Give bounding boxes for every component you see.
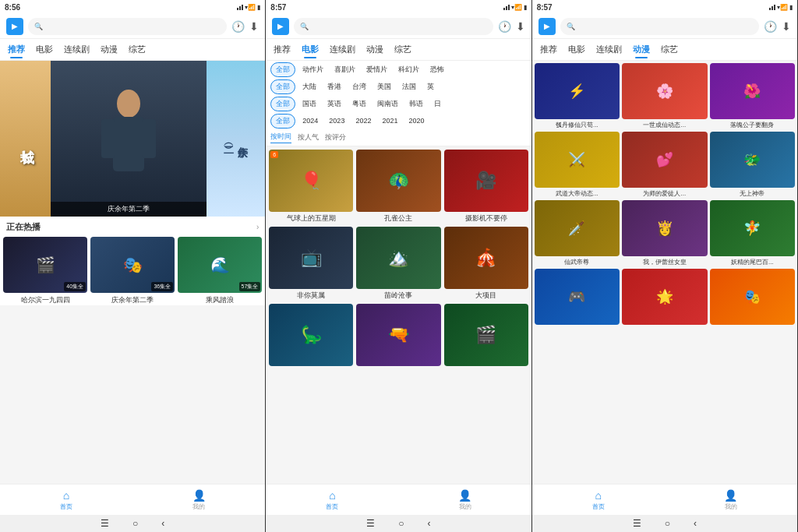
tab-variety-3[interactable]: 综艺 bbox=[656, 41, 683, 58]
sort-time[interactable]: 按时间 bbox=[270, 132, 291, 143]
anime-thumb-5: 🐲 bbox=[710, 132, 795, 188]
filter-2022[interactable]: 2022 bbox=[351, 115, 375, 126]
filter-tw[interactable]: 台湾 bbox=[348, 80, 370, 93]
anime-item-3[interactable]: ⚔️ 武道大帝动态... bbox=[535, 132, 620, 198]
status-bar-3: 8:57 ▾📶 ▮ bbox=[532, 0, 797, 14]
tab-anime-2[interactable]: 动漫 bbox=[362, 41, 388, 58]
tab-recommend-2[interactable]: 推荐 bbox=[269, 41, 295, 58]
bottom-home-3[interactable]: ⌂ 首页 bbox=[532, 489, 665, 511]
tab-movie-2[interactable]: 电影 bbox=[297, 41, 323, 58]
filter-hokkien[interactable]: 闽南语 bbox=[373, 97, 402, 111]
sort-popularity[interactable]: 按人气 bbox=[298, 132, 319, 143]
filter-english[interactable]: 英语 bbox=[323, 97, 345, 111]
filter-2020[interactable]: 2020 bbox=[404, 115, 428, 126]
tab-variety-1[interactable]: 综艺 bbox=[124, 41, 150, 58]
filter-hk[interactable]: 香港 bbox=[323, 80, 345, 93]
tab-anime-3[interactable]: 动漫 bbox=[628, 41, 655, 58]
download-icon-1[interactable]: ⬇ bbox=[249, 20, 259, 33]
menu-btn-1[interactable]: ☰ bbox=[101, 518, 109, 529]
movie-item-1[interactable]: 🦚 孔雀公主 bbox=[356, 150, 440, 224]
filter-chip-all2[interactable]: 全部 bbox=[270, 79, 295, 94]
hero-banner-1[interactable]: 长城 庆余年（二） 庆余年第二季 bbox=[0, 61, 265, 217]
anime-item-8[interactable]: 🧚 妖精的尾巴百... bbox=[710, 200, 795, 266]
home-btn-2[interactable]: ○ bbox=[398, 518, 404, 529]
movie-item-5[interactable]: 🎪 大项目 bbox=[444, 227, 528, 301]
anime-thumb-11: 🎭 bbox=[710, 269, 795, 325]
filter-mandarin[interactable]: 国语 bbox=[298, 97, 320, 111]
bottom-home-2[interactable]: ⌂ 首页 bbox=[266, 489, 398, 511]
filter-action[interactable]: 动作片 bbox=[298, 63, 327, 76]
download-icon-2[interactable]: ⬇ bbox=[516, 20, 525, 33]
tab-drama-1[interactable]: 连续剧 bbox=[59, 41, 94, 58]
anime-item-7[interactable]: 👸 我，伊蕾丝女皇 bbox=[622, 200, 707, 266]
filter-us[interactable]: 美国 bbox=[373, 80, 395, 93]
filter-fr[interactable]: 法国 bbox=[398, 80, 420, 93]
app-logo-1[interactable] bbox=[6, 18, 23, 35]
tab-drama-3[interactable]: 连续剧 bbox=[591, 41, 627, 58]
anime-item-2[interactable]: 🌺 落魄公子要翻身 bbox=[710, 63, 795, 129]
anime-item-4[interactable]: 💕 为师的爱徒人... bbox=[622, 132, 707, 198]
filter-korean[interactable]: 韩语 bbox=[405, 97, 427, 111]
tab-variety-2[interactable]: 综艺 bbox=[390, 41, 416, 58]
movie-item-2[interactable]: 🎥 摄影机不要停 bbox=[444, 150, 528, 224]
home-btn-3[interactable]: ○ bbox=[665, 518, 670, 529]
hot-more-1[interactable]: › bbox=[256, 223, 259, 231]
anime-item-6[interactable]: 🗡️ 仙武帝尊 bbox=[535, 200, 620, 266]
tab-movie-1[interactable]: 电影 bbox=[31, 41, 58, 58]
tab-recommend-3[interactable]: 推荐 bbox=[535, 41, 562, 58]
filter-cantonese[interactable]: 粤语 bbox=[348, 97, 370, 111]
menu-btn-3[interactable]: ☰ bbox=[633, 518, 641, 529]
sort-rating[interactable]: 按评分 bbox=[325, 132, 346, 143]
back-btn-1[interactable]: ‹ bbox=[161, 518, 164, 529]
hot-item-2[interactable]: 🌊 57集全 乘风踏浪 bbox=[178, 237, 262, 305]
filter-chip-all1[interactable]: 全部 bbox=[270, 62, 295, 77]
anime-item-10[interactable]: 🌟 bbox=[622, 269, 707, 326]
search-bar-1[interactable]: 🔍 bbox=[28, 18, 227, 35]
filter-chip-all4[interactable]: 全部 bbox=[270, 114, 295, 129]
anime-item-5[interactable]: 🐲 无上神帝 bbox=[710, 132, 795, 198]
download-icon-3[interactable]: ⬇ bbox=[782, 20, 791, 33]
movie-item-4[interactable]: 🏔️ 苗岭沧事 bbox=[356, 227, 440, 301]
anime-item-0[interactable]: ⚡ 瓠丹修仙只苟... bbox=[535, 63, 620, 129]
tab-movie-3[interactable]: 电影 bbox=[563, 41, 590, 58]
filter-horror[interactable]: 恐怖 bbox=[426, 63, 448, 76]
menu-btn-2[interactable]: ☰ bbox=[366, 518, 375, 529]
anime-item-9[interactable]: 🎮 bbox=[535, 269, 620, 326]
movie-item-8[interactable]: 🎬 bbox=[444, 304, 528, 368]
hot-item-0[interactable]: 🎬 40集全 哈尔滨一九四四 bbox=[3, 237, 87, 305]
movie-item-6[interactable]: 🦕 bbox=[269, 304, 353, 368]
movie-item-7[interactable]: 🔫 bbox=[356, 304, 440, 368]
filter-chip-all3[interactable]: 全部 bbox=[270, 97, 295, 111]
app-logo-3[interactable] bbox=[538, 18, 556, 35]
movie-item-3[interactable]: 📺 非你莫属 bbox=[269, 227, 353, 301]
bottom-profile-3[interactable]: 👤 我的 bbox=[665, 489, 797, 511]
filter-jp[interactable]: 日 bbox=[430, 97, 445, 111]
bottom-home-1[interactable]: ⌂ 首页 bbox=[0, 489, 132, 511]
home-btn-1[interactable]: ○ bbox=[132, 518, 138, 529]
search-bar-2[interactable]: 🔍 bbox=[294, 18, 493, 35]
bottom-profile-2[interactable]: 👤 我的 bbox=[399, 489, 531, 511]
tab-recommend-1[interactable]: 推荐 bbox=[3, 41, 30, 58]
hot-item-1[interactable]: 🎭 36集全 庆余年第二季 bbox=[90, 237, 175, 305]
history-icon-2[interactable]: 🕐 bbox=[498, 20, 511, 33]
filter-romance[interactable]: 爱情片 bbox=[362, 63, 391, 76]
movie-item-0[interactable]: 🎈 6 气球上的五星期 bbox=[269, 150, 353, 224]
filter-2024[interactable]: 2024 bbox=[298, 115, 322, 126]
history-icon-3[interactable]: 🕐 bbox=[764, 20, 777, 33]
filter-2023[interactable]: 2023 bbox=[325, 115, 348, 126]
anime-item-11[interactable]: 🎭 bbox=[710, 269, 795, 326]
tab-drama-2[interactable]: 连续剧 bbox=[325, 41, 360, 58]
filter-scifi[interactable]: 科幻片 bbox=[394, 63, 423, 76]
back-btn-3[interactable]: ‹ bbox=[694, 518, 697, 529]
anime-item-1[interactable]: 🌸 一世成仙动态... bbox=[622, 63, 707, 129]
bottom-profile-1[interactable]: 👤 我的 bbox=[132, 489, 265, 511]
search-bar-3[interactable]: 🔍 bbox=[560, 18, 759, 35]
history-icon-1[interactable]: 🕐 bbox=[231, 20, 245, 33]
filter-2021[interactable]: 2021 bbox=[378, 115, 401, 126]
filter-uk[interactable]: 英 bbox=[423, 80, 438, 93]
filter-comedy[interactable]: 喜剧片 bbox=[330, 63, 359, 76]
back-btn-2[interactable]: ‹ bbox=[428, 518, 431, 529]
app-logo-2[interactable] bbox=[272, 18, 289, 35]
filter-mainland[interactable]: 大陆 bbox=[298, 80, 320, 93]
tab-anime-1[interactable]: 动漫 bbox=[96, 41, 122, 58]
